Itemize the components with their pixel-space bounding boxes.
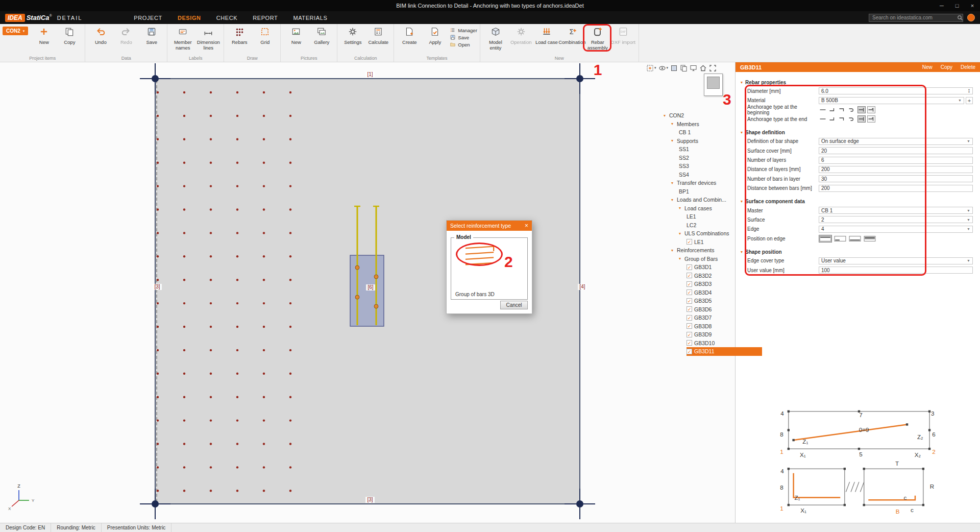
checkbox[interactable]: ✓	[687, 273, 692, 278]
ribbon-item-rebar-assembly[interactable]: Rebar assembly	[585, 25, 610, 51]
section-shape-definition[interactable]: ▾Shape definition	[741, 129, 973, 137]
expander-icon[interactable]: ▾	[671, 248, 677, 253]
surface-cover-mm-input[interactable]: 20	[819, 147, 973, 154]
tree-item-gb3d2[interactable]: ✓GB3D2	[687, 272, 735, 280]
expander-icon[interactable]: ▾	[664, 113, 669, 118]
maximize-button[interactable]: □	[949, 0, 965, 11]
tree-item-lc2[interactable]: LC2	[687, 221, 735, 230]
checkbox[interactable]: ✓	[687, 332, 692, 337]
anchorage-option-5-icon[interactable]	[857, 115, 866, 123]
position-option-2-icon[interactable]	[834, 235, 847, 243]
position-option-3-icon[interactable]	[848, 235, 862, 243]
ribbon-item-manager[interactable]: Manager	[450, 27, 477, 33]
edge-dropdown[interactable]: 4▼	[819, 226, 973, 233]
display-options-icon[interactable]: ▾	[658, 64, 669, 72]
spinner-icons[interactable]: ▲▼	[968, 88, 970, 93]
tree-item-ss1[interactable]: SS1	[679, 145, 735, 154]
anchorage-option-1-icon[interactable]	[819, 115, 827, 123]
section-shape-position[interactable]: ▾Shape position	[741, 248, 973, 256]
ribbon-item-rebars[interactable]: Rebars	[227, 25, 252, 45]
ribbon-item-save[interactable]: Save	[450, 34, 477, 40]
master-dropdown[interactable]: CB 1▼	[819, 207, 973, 214]
section-surface-component-data[interactable]: ▾Surface component data	[741, 198, 973, 206]
tab-check[interactable]: CHECK	[209, 11, 246, 24]
checkbox[interactable]: ✓	[687, 315, 692, 321]
tree-item-group-of-bars[interactable]: ▾Group of Bars	[679, 255, 735, 263]
ribbon-item-calculate[interactable]: Calculate	[365, 25, 391, 45]
tree-item-ss3[interactable]: SS3	[679, 162, 735, 171]
expander-icon[interactable]: ▾	[671, 138, 677, 143]
distance-between-bars-mm-input[interactable]: 200	[819, 185, 973, 192]
ribbon-item-grid[interactable]: Grid	[252, 25, 278, 45]
tree-item-gb3d8[interactable]: ✓GB3D8	[687, 322, 735, 331]
checkbox[interactable]: ✓	[687, 289, 692, 295]
ribbon-item-save[interactable]: Save	[139, 25, 164, 45]
anchorage-option-1-icon[interactable]	[819, 106, 827, 113]
minimize-button[interactable]: ─	[934, 0, 949, 11]
tree-item-supports[interactable]: ▾Supports	[671, 137, 735, 146]
ribbon-item-gallery[interactable]: Gallery	[309, 25, 334, 45]
expander-icon[interactable]: ▾	[671, 122, 677, 126]
anchorage-option-5-icon[interactable]	[857, 106, 866, 113]
tree-item-gb3d3[interactable]: ✓GB3D3	[687, 280, 735, 288]
cancel-button[interactable]: Cancel	[500, 301, 528, 309]
ribbon-item-new[interactable]: New	[31, 25, 57, 45]
fit-view-icon[interactable]	[709, 64, 717, 72]
ribbon-item-model-entity[interactable]: Model entity	[483, 25, 508, 51]
tree-item-le1[interactable]: LE1	[687, 212, 735, 221]
anchorage-option-6-icon[interactable]	[867, 115, 875, 123]
tree-item-members[interactable]: ▾Members	[671, 120, 735, 129]
ribbon-item-copy[interactable]: Copy	[57, 25, 82, 45]
anchorage-option-2-icon[interactable]	[828, 106, 837, 113]
tree-item-loads-and-combin[interactable]: ▾Loads and Combin...	[671, 196, 735, 204]
tree-item-ss4[interactable]: SS4	[679, 171, 735, 179]
view-screen-icon[interactable]	[690, 64, 697, 72]
anchorage-option-6-icon[interactable]	[867, 106, 875, 113]
definition-of-bar-shape-dropdown[interactable]: On surface edge▼	[819, 138, 973, 145]
checkbox[interactable]: ✓	[687, 306, 692, 312]
distance-of-layers-mm-input[interactable]: 200	[819, 166, 973, 173]
diameter-mm-stepper[interactable]: 6.0▲▼	[819, 87, 973, 94]
position-option-4-icon[interactable]	[863, 235, 876, 243]
expander-icon[interactable]: ▾	[671, 181, 677, 185]
number-of-bars-in-layer-input[interactable]: 30	[819, 175, 973, 182]
add-material-button[interactable]: +	[966, 97, 973, 104]
tree-item-bp1[interactable]: BP1	[679, 187, 735, 196]
anchorage-option-3-icon[interactable]	[838, 115, 846, 123]
tab-project[interactable]: PROJECT	[126, 11, 170, 24]
tree-item-gb3d9[interactable]: ✓GB3D9	[687, 330, 735, 339]
delete-button[interactable]: Delete	[961, 64, 975, 70]
copy-button[interactable]: Copy	[941, 64, 952, 70]
user-value-mm-input[interactable]: 100	[819, 267, 973, 274]
zoom-region-icon[interactable]: ▾	[646, 64, 656, 72]
tree-item-transfer-devices[interactable]: ▾Transfer devices	[671, 179, 735, 187]
position-option-1-icon[interactable]	[819, 235, 832, 243]
anchorage-option-4-icon[interactable]	[848, 115, 856, 123]
model-canvas[interactable]: [1][3][4][3][6]ZYX	[0, 62, 735, 523]
tree-item-gb3d10[interactable]: ✓GB3D10	[687, 339, 735, 348]
ribbon-item-redo[interactable]: Redo	[113, 25, 139, 45]
edge-cover-type-dropdown[interactable]: User value▼	[819, 257, 973, 264]
tree-item-load-cases[interactable]: ▾Load cases	[679, 204, 735, 213]
picture-thumbnail[interactable]	[704, 74, 723, 96]
ribbon-item-open[interactable]: Open	[450, 41, 477, 47]
tree-item-cb-1[interactable]: CB 1	[679, 128, 735, 137]
dialog-titlebar[interactable]: Select reinforcement type ×	[447, 221, 532, 231]
tab-materials[interactable]: MATERIALS	[285, 11, 335, 24]
checkbox[interactable]: ✓	[687, 349, 692, 354]
dialog-close-icon[interactable]: ×	[525, 223, 528, 229]
anchorage-option-3-icon[interactable]	[838, 106, 846, 113]
material-dropdown[interactable]: B 500B▼	[819, 97, 964, 104]
tab-report[interactable]: REPORT	[245, 11, 285, 24]
ribbon-item-operation[interactable]: Operation	[508, 25, 534, 45]
ribbon-item-combination[interactable]: ΣCombination	[559, 25, 585, 45]
tree-item-reinforcements[interactable]: ▾Reinforcements	[671, 246, 735, 255]
surface-dropdown[interactable]: 2▼	[819, 216, 973, 223]
checkbox[interactable]: ✓	[687, 298, 692, 304]
ribbon-item-create[interactable]: Create	[397, 25, 422, 45]
ribbon-item-undo[interactable]: Undo	[88, 25, 113, 45]
expander-icon[interactable]: ▾	[679, 206, 684, 210]
ribbon-item-apply[interactable]: Apply	[422, 25, 448, 45]
new-button[interactable]: New	[922, 64, 933, 70]
tree-item-gb3d1[interactable]: ✓GB3D1	[687, 263, 735, 272]
